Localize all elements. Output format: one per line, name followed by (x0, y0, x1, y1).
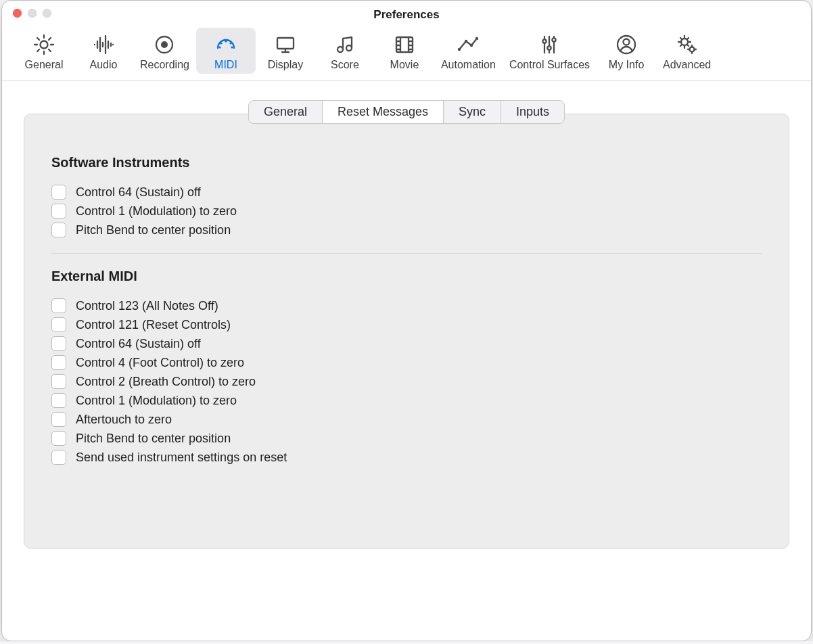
toolbar-label: MIDI (214, 59, 237, 71)
checkbox-row[interactable]: Control 64 (Sustain) off (51, 183, 762, 202)
checkbox-label: Control 121 (Reset Controls) (76, 318, 231, 332)
toolbar-label: Control Surfaces (509, 59, 590, 71)
toolbar-label: Movie (390, 59, 419, 71)
user-circle-icon (615, 33, 638, 56)
checkbox[interactable] (51, 355, 66, 370)
toolbar-label: Automation (441, 59, 496, 71)
close-button[interactable] (13, 9, 22, 18)
gear-icon (32, 33, 55, 56)
display-icon (274, 33, 297, 56)
checkbox-row[interactable]: Control 2 (Breath Control) to zero (51, 372, 762, 391)
checkbox-row[interactable]: Control 1 (Modulation) to zero (51, 391, 762, 410)
svg-point-10 (346, 45, 352, 51)
zoom-button[interactable] (43, 9, 51, 18)
checkbox[interactable] (51, 450, 66, 465)
svg-point-17 (548, 46, 551, 49)
toolbar-label: Audio (90, 59, 118, 71)
checkbox-label: Control 4 (Foot Control) to zero (76, 356, 244, 370)
svg-point-14 (470, 44, 473, 47)
midi-icon (214, 33, 237, 56)
svg-point-3 (225, 40, 227, 42)
checkbox-row[interactable]: Aftertouch to zero (51, 410, 762, 429)
svg-point-16 (543, 39, 547, 43)
svg-point-6 (218, 46, 220, 48)
checkbox[interactable] (51, 431, 66, 446)
svg-point-0 (41, 41, 48, 49)
toolbar-label: My Info (609, 59, 644, 71)
content-area: General Reset Messages Sync Inputs Softw… (2, 81, 811, 641)
svg-point-15 (475, 37, 478, 40)
music-notes-icon (333, 33, 356, 56)
checkbox-row[interactable]: Control 1 (Modulation) to zero (51, 202, 762, 221)
subtab-sync[interactable]: Sync (444, 101, 501, 123)
checkbox-label: Control 123 (All Notes Off) (76, 299, 218, 313)
svg-point-7 (231, 46, 233, 48)
checkbox[interactable] (51, 298, 66, 313)
svg-point-9 (338, 47, 343, 52)
svg-point-18 (553, 38, 556, 41)
section-title-software-instruments: Software Instruments (51, 155, 762, 170)
gears-icon (676, 33, 699, 56)
section-title-external-midi: External MIDI (51, 269, 762, 284)
record-icon (153, 33, 176, 56)
preferences-toolbar: General Audio Recording MIDI Display (2, 25, 811, 81)
svg-point-2 (161, 41, 168, 48)
toolbar-control-surfaces[interactable]: Control Surfaces (503, 28, 597, 74)
checkbox-row[interactable]: Pitch Bend to center position (51, 221, 762, 239)
svg-point-12 (458, 48, 461, 51)
window-title: Preferences (373, 8, 439, 22)
toolbar-audio[interactable]: Audio (74, 28, 133, 74)
checkbox-label: Control 2 (Breath Control) to zero (76, 375, 256, 389)
subtab-segmented-control: General Reset Messages Sync Inputs (248, 100, 565, 124)
checkbox[interactable] (51, 374, 66, 389)
toolbar-movie[interactable]: Movie (375, 28, 434, 74)
toolbar-label: General (25, 59, 64, 71)
svg-point-5 (229, 42, 231, 44)
checkbox[interactable] (51, 317, 66, 332)
minimize-button[interactable] (28, 9, 37, 18)
subtab-general[interactable]: General (249, 101, 323, 123)
checkbox-row[interactable]: Control 121 (Reset Controls) (51, 315, 762, 334)
toolbar-recording[interactable]: Recording (133, 28, 196, 74)
checkbox[interactable] (51, 185, 66, 200)
toolbar-display[interactable]: Display (256, 28, 315, 74)
window-controls (13, 9, 51, 18)
waveform-icon (92, 33, 115, 56)
checkbox-label: Control 1 (Modulation) to zero (76, 394, 237, 408)
svg-point-20 (624, 39, 630, 45)
toolbar-automation[interactable]: Automation (434, 28, 503, 74)
section-divider (51, 253, 762, 254)
checkbox-label: Control 64 (Sustain) off (76, 337, 201, 351)
subtab-reset-messages[interactable]: Reset Messages (323, 101, 444, 123)
toolbar-my-info[interactable]: My Info (597, 28, 656, 74)
toolbar-label: Recording (140, 59, 189, 71)
checkbox-label: Pitch Bend to center position (76, 432, 231, 446)
film-icon (393, 33, 416, 56)
toolbar-label: Score (331, 59, 359, 71)
toolbar-midi[interactable]: MIDI (196, 28, 256, 74)
toolbar-general[interactable]: General (14, 28, 74, 74)
sliders-icon (538, 33, 561, 56)
checkbox[interactable] (51, 336, 66, 351)
toolbar-score[interactable]: Score (315, 28, 375, 74)
checkbox-label: Send used instrument settings on reset (76, 451, 287, 465)
toolbar-advanced[interactable]: Advanced (656, 28, 718, 74)
svg-point-4 (220, 42, 222, 44)
toolbar-label: Advanced (663, 59, 711, 71)
checkbox-row[interactable]: Send used instrument settings on reset (51, 448, 762, 467)
automation-icon (457, 33, 480, 56)
checkbox-label: Aftertouch to zero (76, 413, 172, 427)
checkbox[interactable] (51, 393, 66, 408)
svg-point-13 (465, 40, 467, 43)
checkbox[interactable] (51, 223, 66, 237)
svg-rect-8 (277, 38, 294, 49)
titlebar: Preferences (2, 1, 811, 25)
subtab-inputs[interactable]: Inputs (501, 101, 564, 123)
checkbox-row[interactable]: Pitch Bend to center position (51, 429, 762, 448)
checkbox[interactable] (51, 204, 66, 218)
checkbox-label: Control 1 (Modulation) to zero (76, 204, 237, 218)
checkbox-row[interactable]: Control 64 (Sustain) off (51, 334, 762, 353)
checkbox-row[interactable]: Control 123 (All Notes Off) (51, 296, 762, 315)
checkbox[interactable] (51, 412, 66, 427)
checkbox-row[interactable]: Control 4 (Foot Control) to zero (51, 353, 762, 372)
